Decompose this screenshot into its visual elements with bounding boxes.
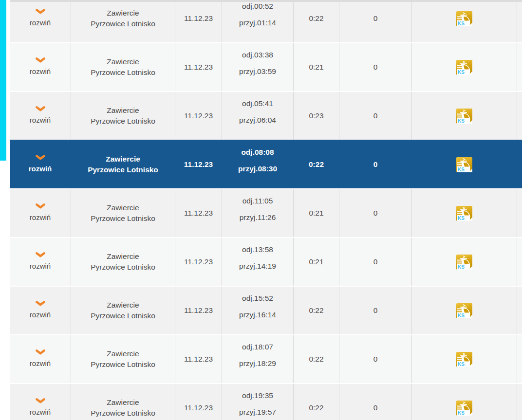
expand-label: rozwiń: [30, 358, 51, 369]
station-to: Pyrzowice Lotnisko: [91, 359, 155, 370]
arrival-time: przyj.11:26: [240, 213, 276, 222]
duration-cell: 0:23: [293, 92, 339, 140]
timetable-row[interactable]: rozwiń Zawiercie Pyrzowice Lotnisko 11.1…: [10, 383, 522, 420]
arrival-time: przyj.16:14: [239, 310, 276, 320]
expand-button[interactable]: rozwiń: [10, 238, 71, 286]
departure-time: odj.18:07: [242, 342, 273, 352]
departure-time: odj.05:41: [242, 99, 273, 109]
transfers-cell: 0: [339, 141, 411, 188]
times-cell: odj.05:41 przyj.06:04: [222, 92, 293, 140]
expand-button[interactable]: rozwiń: [10, 287, 71, 334]
carrier-cell: KS: [411, 0, 517, 42]
duration-value: 0:21: [309, 208, 323, 219]
extra-cell: [517, 0, 522, 42]
table-top-border: [10, 0, 522, 2]
carrier-label: KS: [458, 361, 465, 366]
carrier-label: KS: [458, 118, 465, 123]
timetable-row[interactable]: rozwiń Zawiercie Pyrzowice Lotnisko 11.1…: [10, 0, 522, 42]
expand-button[interactable]: rozwiń: [10, 189, 71, 237]
carrier-ks-icon: KS: [456, 60, 472, 75]
extra-cell: [517, 384, 522, 420]
departure-time: odj.00:52: [242, 1, 273, 11]
timetable-row[interactable]: rozwiń Zawiercie Pyrzowice Lotnisko 11.1…: [10, 237, 522, 286]
date-value: 11.12.23: [184, 256, 213, 267]
station-from: Zawiercie: [107, 105, 139, 116]
timetable-row-selected[interactable]: rozwiń Zawiercie Pyrzowice Lotnisko 11.1…: [10, 140, 522, 188]
departure-time: odj.13:58: [242, 245, 273, 255]
station-to: Pyrzowice Lotnisko: [91, 408, 155, 419]
extra-cell: [517, 43, 522, 91]
route-cell: Zawiercie Pyrzowice Lotnisko: [71, 92, 175, 140]
extra-cell: [517, 141, 522, 188]
expand-button[interactable]: rozwiń: [10, 43, 71, 91]
carrier-ks-icon: KS: [456, 255, 472, 270]
transfers-value: 0: [373, 62, 378, 73]
timetable-row[interactable]: rozwiń Zawiercie Pyrzowice Lotnisko 11.1…: [10, 188, 522, 237]
station-from: Zawiercie: [107, 8, 139, 18]
times-cell: odj.19:35 przyj.19:57: [222, 384, 293, 420]
transfers-value: 0: [373, 159, 378, 170]
times-cell: odj.18:07 przyj.18:29: [222, 335, 293, 383]
expand-button[interactable]: rozwiń: [10, 141, 71, 188]
transfers-cell: 0: [339, 43, 411, 91]
timetable-row[interactable]: rozwiń Zawiercie Pyrzowice Lotnisko 11.1…: [10, 334, 522, 383]
expand-label: rozwiń: [30, 18, 51, 28]
transfers-cell: 0: [339, 189, 411, 237]
date-value: 11.12.23: [184, 354, 213, 365]
carrier-ks-icon: KS: [456, 157, 472, 172]
duration-cell: 0:21: [293, 238, 339, 286]
extra-cell: [517, 92, 522, 140]
timetable-row[interactable]: rozwiń Zawiercie Pyrzowice Lotnisko 11.1…: [10, 286, 522, 334]
carrier-cell: KS: [411, 92, 517, 140]
route-cell: Zawiercie Pyrzowice Lotnisko: [71, 189, 175, 237]
date-cell: 11.12.23: [175, 141, 222, 188]
date-cell: 11.12.23: [175, 92, 222, 140]
carrier-cell: KS: [411, 238, 517, 286]
duration-cell: 0:21: [293, 189, 339, 237]
carrier-ks-icon: KS: [456, 303, 472, 318]
timetable: rozwiń Zawiercie Pyrzowice Lotnisko 11.1…: [10, 0, 522, 420]
station-to: Pyrzowice Lotnisko: [91, 213, 155, 224]
carrier-cell: KS: [411, 141, 517, 188]
timetable-row[interactable]: rozwiń Zawiercie Pyrzowice Lotnisko 11.1…: [10, 42, 522, 91]
duration-cell: 0:21: [293, 43, 339, 91]
expand-button[interactable]: rozwiń: [10, 384, 71, 420]
station-from: Zawiercie: [107, 251, 139, 262]
date-value: 11.12.23: [184, 208, 213, 219]
departure-time: odj.19:35: [242, 391, 273, 401]
station-from: Zawiercie: [107, 202, 139, 213]
expand-button[interactable]: rozwiń: [10, 335, 71, 383]
carrier-label: KS: [458, 69, 465, 74]
arrival-time: przyj.08:30: [238, 164, 277, 174]
departure-time: odj.03:38: [242, 50, 273, 60]
transfers-value: 0: [373, 354, 378, 365]
expand-label: rozwiń: [30, 310, 51, 320]
arrival-time: przyj.06:04: [239, 115, 276, 125]
date-cell: 11.12.23: [175, 43, 222, 91]
date-value: 11.12.23: [184, 402, 213, 413]
timetable-row[interactable]: rozwiń Zawiercie Pyrzowice Lotnisko 11.1…: [10, 91, 522, 140]
arrival-time: przyj.18:29: [239, 359, 276, 368]
station-to: Pyrzowice Lotnisko: [88, 164, 158, 175]
transfers-value: 0: [373, 208, 378, 219]
transfers-value: 0: [373, 110, 378, 121]
chevron-down-icon: [36, 398, 45, 404]
carrier-cell: KS: [411, 189, 517, 237]
transfers-cell: 0: [339, 287, 411, 334]
date-cell: 11.12.23: [175, 335, 222, 383]
duration-cell: 0:22: [293, 384, 339, 420]
carrier-ks-icon: KS: [456, 352, 472, 367]
chevron-down-icon: [36, 155, 45, 161]
extra-cell: [517, 189, 522, 237]
expand-button[interactable]: rozwiń: [10, 0, 71, 42]
date-value: 11.12.23: [184, 159, 213, 170]
transfers-cell: 0: [339, 92, 411, 140]
chevron-down-icon: [36, 106, 45, 112]
transfers-value: 0: [373, 256, 378, 267]
arrival-time: przyj.01:14: [239, 18, 276, 28]
duration-cell: 0:22: [293, 335, 339, 383]
date-cell: 11.12.23: [175, 189, 222, 237]
transfers-value: 0: [373, 305, 378, 316]
duration-cell: 0:22: [293, 141, 339, 188]
expand-button[interactable]: rozwiń: [10, 92, 71, 140]
